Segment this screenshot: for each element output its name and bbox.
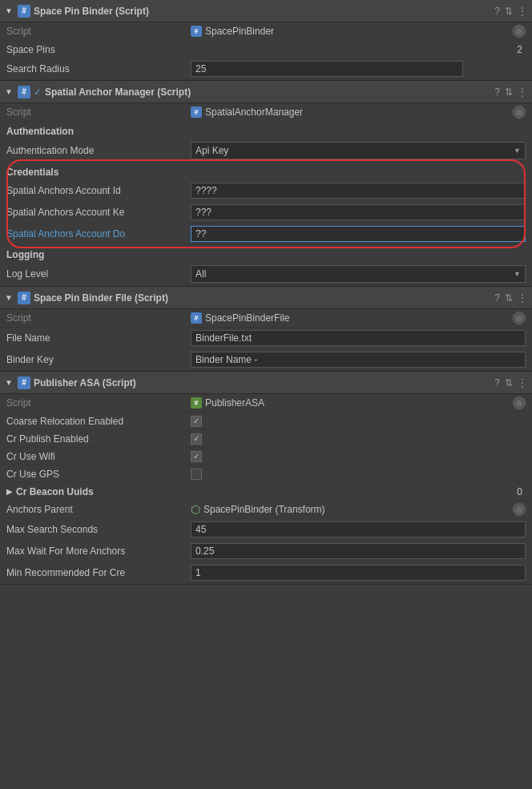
collapse-arrow-1[interactable]: ▼: [5, 6, 13, 15]
script-ref-3: # SpacePinBinderFile: [191, 312, 513, 324]
collapse-arrow-4[interactable]: ▼: [5, 378, 13, 387]
space-pins-row: Space Pins 2: [0, 41, 532, 58]
max-search-input[interactable]: [191, 521, 526, 537]
search-radius-input[interactable]: [191, 61, 463, 77]
log-level-label: Log Level: [6, 268, 191, 280]
settings-icon-3[interactable]: ⇅: [505, 292, 513, 304]
auth-section-header: Authentication: [0, 122, 532, 139]
anchors-parent-value: SpacePinBinder (Transform): [204, 504, 325, 515]
help-icon-4[interactable]: ?: [494, 377, 500, 388]
more-icon-1[interactable]: ⋮: [518, 6, 527, 17]
script-row-4: Script # PublisherASA ◎: [0, 394, 532, 413]
account-id-input[interactable]: [191, 183, 526, 199]
account-id-row: Spatial Anchors Account Id: [0, 180, 532, 202]
publisher-asa-panel: ▼ # Publisher ASA (Script) ? ⇅ ⋮ Script …: [0, 372, 532, 585]
settings-icon-1[interactable]: ⇅: [505, 6, 513, 17]
credentials-section: Credentials Spatial Anchors Account Id S…: [0, 163, 532, 245]
space-pin-binder-title: Space Pin Binder (Script): [34, 6, 491, 17]
account-key-input[interactable]: [191, 204, 526, 220]
search-radius-row: Search Radius: [0, 58, 532, 80]
panel-icons-2: ? ⇅ ⋮: [494, 87, 527, 98]
log-level-select-wrapper: All: [191, 265, 526, 283]
help-icon-1[interactable]: ?: [494, 6, 500, 17]
check-enabled-2: ✓: [34, 87, 42, 98]
cr-gps-row: Cr Use GPS: [0, 465, 532, 483]
hash-icon-1: #: [18, 5, 30, 18]
script-ref-4: # PublisherASA: [191, 397, 513, 409]
auth-mode-select[interactable]: Api Key: [191, 142, 526, 159]
space-pins-label: Space Pins: [6, 44, 191, 55]
anchors-parent-circle[interactable]: ◎: [513, 503, 526, 516]
cr-beacon-value: 0: [200, 486, 526, 497]
space-pin-binder-file-title: Space Pin Binder File (Script): [34, 292, 491, 304]
script-circle-2[interactable]: ◎: [513, 106, 526, 119]
more-icon-3[interactable]: ⋮: [518, 292, 527, 304]
min-recommended-row: Min Recommended For Cre: [0, 562, 532, 584]
cr-beacon-label: Cr Beacon Uuids: [16, 486, 200, 497]
log-level-select[interactable]: All: [191, 265, 526, 283]
file-name-label: File Name: [6, 332, 191, 344]
cr-gps-checkbox[interactable]: [191, 469, 202, 480]
cred-section-header: Credentials: [0, 163, 532, 180]
min-recommended-label: Min Recommended For Cre: [6, 567, 191, 578]
script-ref-2: # SpatialAnchorManager: [191, 107, 513, 118]
script-circle-1[interactable]: ◎: [513, 25, 526, 38]
hash-icon-2: #: [18, 86, 30, 99]
account-domain-label: Spatial Anchors Account Do: [6, 228, 191, 240]
search-radius-label: Search Radius: [6, 63, 191, 74]
min-recommended-input[interactable]: [191, 565, 526, 581]
cr-publish-checkbox[interactable]: [191, 433, 202, 445]
space-pin-binder-header: ▼ # Space Pin Binder (Script) ? ⇅ ⋮: [0, 0, 532, 22]
script-label-2: Script: [6, 107, 191, 118]
collapse-arrow-3[interactable]: ▼: [5, 293, 13, 302]
script-value-2: SpatialAnchorManager: [205, 107, 303, 118]
cr-beacon-row: ▶ Cr Beacon Uuids 0: [0, 483, 532, 501]
cr-wifi-checkbox[interactable]: [191, 451, 202, 462]
account-domain-row: Spatial Anchors Account Do: [0, 223, 532, 245]
file-name-input[interactable]: [191, 330, 526, 346]
settings-icon-2[interactable]: ⇅: [505, 87, 513, 98]
space-pin-binder-file-panel: ▼ # Space Pin Binder File (Script) ? ⇅ ⋮…: [0, 287, 532, 372]
coarse-rel-checkbox[interactable]: [191, 416, 202, 427]
max-wait-label: Max Wait For More Anchors: [6, 545, 191, 557]
panel-icons-3: ? ⇅ ⋮: [494, 292, 527, 304]
panel-icons-1: ? ⇅ ⋮: [494, 6, 527, 17]
account-domain-input[interactable]: [191, 226, 526, 242]
script-label-3: Script: [6, 312, 191, 324]
script-row-3: Script # SpacePinBinderFile ◎: [0, 309, 532, 328]
cr-gps-label: Cr Use GPS: [6, 469, 191, 480]
script-circle-3[interactable]: ◎: [513, 312, 526, 324]
auth-mode-select-wrapper: Api Key: [191, 142, 526, 159]
max-wait-input[interactable]: [191, 543, 526, 559]
more-icon-4[interactable]: ⋮: [518, 377, 527, 388]
help-icon-2[interactable]: ?: [494, 87, 500, 98]
script-ref-1: # SpacePinBinder: [191, 26, 513, 37]
collapse-arrow-2[interactable]: ▼: [5, 87, 13, 96]
cr-wifi-row: Cr Use Wifi: [0, 448, 532, 465]
account-id-label: Spatial Anchors Account Id: [6, 185, 191, 196]
auth-mode-label: Authentication Mode: [6, 145, 191, 156]
settings-icon-4[interactable]: ⇅: [505, 377, 513, 388]
space-pins-value: 2: [191, 44, 526, 55]
transform-ref: ⬡ SpacePinBinder (Transform): [191, 503, 513, 516]
panel-icons-4: ? ⇅ ⋮: [494, 377, 527, 388]
script-ref-icon-2: #: [191, 107, 202, 118]
script-row-1: Script # SpacePinBinder ◎: [0, 22, 532, 41]
script-value-4: PublisherASA: [205, 397, 264, 409]
auth-mode-row: Authentication Mode Api Key: [0, 139, 532, 163]
cr-beacon-arrow[interactable]: ▶: [6, 487, 13, 496]
transform-icon: ⬡: [191, 503, 200, 516]
script-value-3: SpacePinBinderFile: [205, 312, 289, 324]
help-icon-3[interactable]: ?: [494, 292, 500, 304]
script-circle-4[interactable]: ◎: [513, 397, 526, 409]
coarse-rel-label: Coarse Relocation Enabled: [6, 416, 191, 427]
anchors-parent-label: Anchors Parent: [6, 504, 191, 515]
log-level-row: Log Level All: [0, 263, 532, 286]
anchors-parent-row: Anchors Parent ⬡ SpacePinBinder (Transfo…: [0, 501, 532, 519]
max-search-label: Max Search Seconds: [6, 524, 191, 535]
logging-section-header: Logging: [0, 245, 532, 263]
binder-key-label: Binder Key: [6, 354, 191, 365]
more-icon-2[interactable]: ⋮: [518, 87, 527, 98]
binder-key-input[interactable]: [191, 352, 526, 368]
space-pin-binder-file-header: ▼ # Space Pin Binder File (Script) ? ⇅ ⋮: [0, 287, 532, 309]
